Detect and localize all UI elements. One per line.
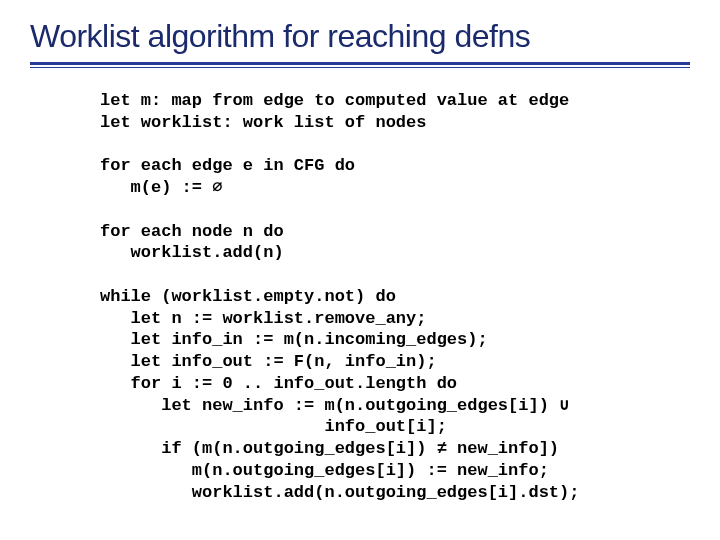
code-line: for each node n do [100, 222, 284, 241]
code-line: let n := worklist.remove_any; [100, 309, 426, 328]
code-line: let worklist: work list of nodes [100, 113, 426, 132]
title-rule [30, 62, 690, 68]
code-line: let info_in := m(n.incoming_edges); [100, 330, 488, 349]
rule-thick [30, 62, 690, 65]
code-line: worklist.add(n) [100, 243, 284, 262]
code-line: let m: map from edge to computed value a… [100, 91, 569, 110]
code-line: info_out[i]; [100, 417, 447, 436]
code-line: for each edge e in CFG do [100, 156, 355, 175]
code-line: if (m(n.outgoing_edges[i]) ≠ new_info]) [100, 439, 559, 458]
rule-thin [30, 67, 690, 68]
code-line: while (worklist.empty.not) do [100, 287, 396, 306]
code-block: let m: map from edge to computed value a… [100, 90, 680, 503]
slide: Worklist algorithm for reaching defns le… [0, 0, 720, 540]
slide-title: Worklist algorithm for reaching defns [30, 18, 530, 55]
code-line: for i := 0 .. info_out.length do [100, 374, 457, 393]
code-line: let new_info := m(n.outgoing_edges[i]) ∪ [100, 396, 569, 415]
code-line: let info_out := F(n, info_in); [100, 352, 437, 371]
code-line: m(n.outgoing_edges[i]) := new_info; [100, 461, 549, 480]
code-line: m(e) := ∅ [100, 178, 222, 197]
code-line: worklist.add(n.outgoing_edges[i].dst); [100, 483, 579, 502]
